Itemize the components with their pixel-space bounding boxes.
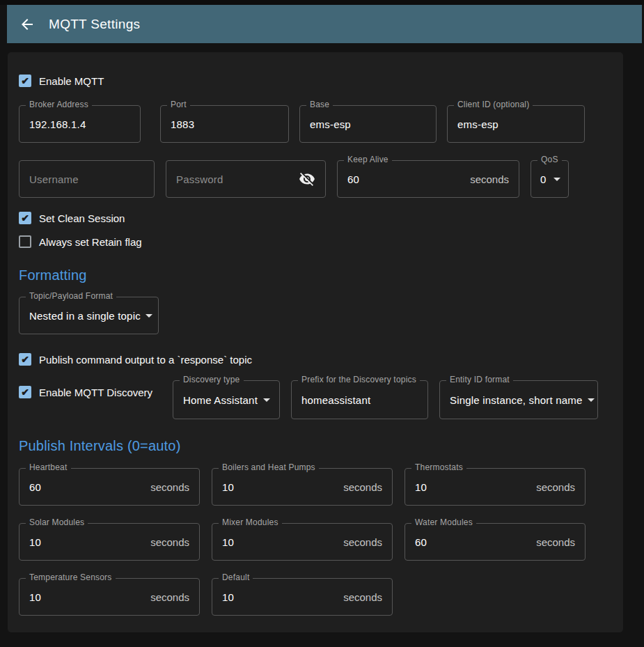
solar-interval-input[interactable] [29, 536, 150, 548]
heartbeat-interval-field[interactable]: Heartbeat seconds [19, 468, 200, 506]
seconds-suffix: seconds [536, 481, 575, 493]
field-label: Boilers and Heat Pumps [219, 462, 319, 472]
field-label: Prefix for the Discovery topics [298, 375, 420, 384]
dropdown-arrow-icon [258, 391, 275, 408]
back-button[interactable] [19, 16, 36, 33]
mixer-interval-input[interactable] [222, 536, 343, 548]
broker-address-input[interactable] [29, 118, 130, 130]
base-field[interactable]: Base [299, 105, 437, 143]
field-label: Water Modules [411, 517, 476, 527]
topic-payload-format-select[interactable]: Topic/Payload Format Nested in a single … [19, 297, 159, 334]
field-label: Topic/Payload Format [26, 291, 116, 301]
seconds-suffix: seconds [343, 591, 382, 603]
seconds-suffix: seconds [470, 173, 509, 185]
response-topic-checkbox[interactable]: ✔ [19, 353, 31, 366]
retain-flag-checkbox-row[interactable]: ✔ Always set Retain flag [19, 235, 612, 248]
heartbeat-interval-input[interactable] [29, 481, 150, 493]
field-label: Entity ID format [446, 375, 513, 384]
discovery-prefix-field[interactable]: Prefix for the Discovery topics [291, 380, 428, 419]
field-label: Temperature Sensors [26, 572, 116, 582]
client-id-field[interactable]: Client ID (optional) [447, 105, 585, 143]
boilers-interval-input[interactable] [222, 481, 343, 493]
port-field[interactable]: Port [160, 105, 289, 143]
port-input[interactable] [171, 118, 278, 130]
field-label: Thermostats [411, 462, 466, 472]
checkbox-label: Always set Retain flag [39, 236, 142, 248]
field-label: Heartbeat [26, 462, 71, 472]
boilers-interval-field[interactable]: Boilers and Heat Pumps seconds [212, 468, 393, 506]
discovery-prefix-input[interactable] [301, 394, 418, 406]
username-field[interactable] [19, 160, 155, 198]
field-label: Discovery type [180, 375, 244, 384]
dropdown-arrow-icon [549, 171, 565, 187]
water-interval-field[interactable]: Water Modules seconds [405, 523, 586, 561]
field-label: Keep Alive [344, 155, 392, 164]
field-label: Base [306, 100, 333, 109]
broker-address-field[interactable]: Broker Address [19, 105, 141, 143]
seconds-suffix: seconds [536, 536, 575, 548]
seconds-suffix: seconds [150, 481, 189, 493]
mqtt-settings-panel: ✔ Enable MQTT Broker Address Port Base C… [8, 52, 623, 632]
field-label: Port [167, 100, 190, 109]
temperature-sensors-interval-field[interactable]: Temperature Sensors seconds [19, 578, 200, 616]
field-label: QoS [537, 155, 562, 164]
clean-session-checkbox[interactable]: ✔ [19, 212, 31, 224]
default-interval-input[interactable] [222, 591, 343, 603]
field-label: Mixer Modules [219, 517, 282, 527]
password-visibility-toggle[interactable] [299, 171, 315, 187]
username-input[interactable] [29, 173, 144, 185]
back-arrow-icon [19, 16, 36, 33]
mixer-interval-field[interactable]: Mixer Modules seconds [212, 523, 393, 561]
discovery-type-value: Home Assistant [183, 394, 258, 406]
enable-mqtt-checkbox[interactable]: ✔ [19, 75, 31, 87]
page-title: MQTT Settings [49, 17, 140, 32]
seconds-suffix: seconds [343, 536, 382, 548]
seconds-suffix: seconds [150, 536, 189, 548]
keep-alive-field[interactable]: Keep Alive seconds [337, 160, 519, 198]
clean-session-checkbox-row[interactable]: ✔ Set Clean Session [19, 212, 612, 224]
appbar: MQTT Settings [7, 5, 642, 43]
field-label: Solar Modules [26, 517, 88, 527]
check-icon: ✔ [21, 387, 29, 397]
field-label: Default [219, 572, 253, 582]
visibility-off-icon [299, 171, 315, 187]
topic-payload-format-value: Nested in a single topic [29, 310, 141, 322]
field-label: Broker Address [26, 100, 92, 109]
default-interval-field[interactable]: Default seconds [212, 578, 393, 616]
seconds-suffix: seconds [343, 481, 382, 493]
seconds-suffix: seconds [150, 591, 189, 603]
entity-id-format-value: Single instance, short name [450, 394, 583, 406]
password-field[interactable] [166, 160, 326, 198]
checkbox-label: Enable MQTT [39, 75, 104, 87]
qos-value: 0 [540, 173, 547, 185]
keep-alive-input[interactable] [347, 173, 470, 185]
water-interval-input[interactable] [415, 536, 536, 548]
dropdown-arrow-icon [583, 391, 599, 408]
check-icon: ✔ [21, 76, 29, 86]
dropdown-arrow-icon [141, 307, 157, 324]
field-label: Client ID (optional) [454, 100, 533, 109]
temperature-sensors-interval-input[interactable] [29, 591, 150, 603]
password-input[interactable] [176, 173, 299, 185]
enable-discovery-checkbox-row[interactable]: ✔ Enable MQTT Discovery [19, 386, 162, 398]
response-topic-checkbox-row[interactable]: ✔ Publish command output to a `response`… [19, 353, 612, 366]
retain-flag-checkbox[interactable]: ✔ [19, 235, 31, 248]
discovery-type-select[interactable]: Discovery type Home Assistant [173, 380, 280, 419]
publish-intervals-heading: Publish Intervals (0=auto) [19, 438, 612, 454]
check-icon: ✔ [21, 213, 29, 223]
solar-interval-field[interactable]: Solar Modules seconds [19, 523, 200, 561]
thermostats-interval-field[interactable]: Thermostats seconds [405, 468, 586, 506]
qos-select[interactable]: QoS 0 [531, 160, 569, 198]
thermostats-interval-input[interactable] [415, 481, 536, 493]
checkbox-label: Enable MQTT Discovery [39, 387, 152, 398]
checkbox-label: Publish command output to a `response` t… [39, 354, 252, 366]
check-icon: ✔ [21, 354, 29, 364]
enable-discovery-checkbox[interactable]: ✔ [19, 386, 31, 398]
formatting-heading: Formatting [19, 267, 612, 283]
base-input[interactable] [310, 118, 426, 130]
entity-id-format-select[interactable]: Entity ID format Single instance, short … [439, 380, 598, 419]
window-top-strip [0, 0, 644, 5]
client-id-input[interactable] [457, 118, 574, 130]
enable-mqtt-checkbox-row[interactable]: ✔ Enable MQTT [19, 75, 612, 87]
checkbox-label: Set Clean Session [39, 212, 125, 224]
